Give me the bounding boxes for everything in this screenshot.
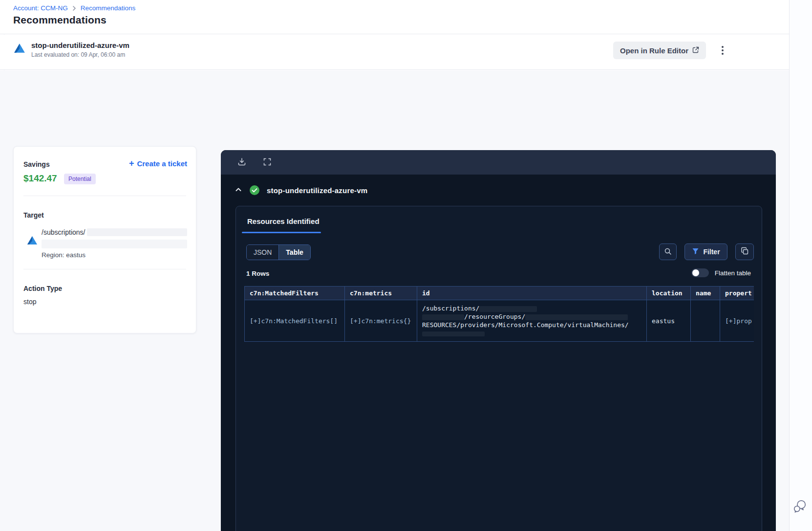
tab-active-underline [242, 232, 321, 233]
savings-amount: $142.47 [23, 173, 57, 184]
redacted-id-segment [422, 314, 464, 320]
view-mode-table[interactable]: Table [278, 245, 310, 260]
external-link-icon [692, 46, 699, 55]
more-options-button[interactable] [714, 42, 731, 59]
target-path: /subscriptions/ [42, 228, 85, 236]
rule-name: stop-underutilized-azure-vm [31, 41, 129, 49]
cell-name [691, 300, 720, 342]
target-region: Region: eastus [42, 251, 85, 259]
resources-identified-card: Resources Identified JSON Table Filter [235, 206, 762, 531]
redacted-id-segment [525, 314, 628, 320]
column-header-id: id [417, 287, 647, 300]
recommendations-page: Account: CCM-NG Recommendations Recommen… [0, 0, 812, 531]
search-button[interactable] [659, 243, 677, 260]
create-ticket-label: Create a ticket [137, 159, 187, 168]
viewer-title-row: stop-underutilized-azure-vm [221, 175, 776, 206]
cell-metrics-expander[interactable]: [+]c7n:metrics{} [345, 300, 417, 342]
redacted-target-line [42, 240, 187, 248]
success-check-icon [249, 185, 260, 196]
help-chat-button[interactable] [792, 499, 808, 514]
chat-bubbles-icon [792, 508, 807, 515]
download-icon [237, 157, 246, 168]
target-label: Target [23, 211, 44, 219]
toggle-knob [692, 269, 699, 276]
redacted-id-segment [479, 306, 537, 312]
fullscreen-icon [263, 157, 272, 168]
create-ticket-button[interactable]: + Create a ticket [129, 159, 187, 168]
id-line-2: /resourceGroups/ [464, 313, 525, 320]
rule-header: stop-underutilized-azure-vm Last evaluat… [0, 35, 789, 70]
filter-label: Filter [703, 248, 720, 256]
column-header-metrics: c7n:metrics [345, 287, 417, 300]
breadcrumb-current-link[interactable]: Recommendations [81, 4, 136, 12]
filter-funnel-icon [692, 247, 699, 256]
page-body: Savings + Create a ticket $142.47 Potent… [0, 70, 789, 531]
cell-resource-id: /subscriptions/ /resourceGroups/ RESOURC… [417, 300, 647, 342]
column-header-location: location [647, 287, 691, 300]
breadcrumb-account-link[interactable]: Account: CCM-NG [13, 4, 68, 12]
column-header-properties: propert [720, 287, 754, 300]
id-line-3: RESOURCES/providers/Microsoft.Compute/vi… [422, 321, 629, 329]
potential-badge: Potential [64, 174, 96, 184]
savings-label: Savings [23, 160, 50, 168]
top-bar: Account: CCM-NG Recommendations Recommen… [0, 0, 789, 34]
divider [23, 196, 186, 196]
flatten-table-toggle[interactable] [691, 268, 709, 277]
cell-properties-expander[interactable]: [+]prop [720, 300, 754, 342]
column-header-matched-filters: c7n:MatchedFilters [245, 287, 345, 300]
view-mode-toggle: JSON Table [246, 244, 311, 260]
collapse-button[interactable] [233, 184, 244, 196]
action-type-value: stop [23, 298, 36, 306]
download-button[interactable] [235, 155, 249, 170]
breadcrumb: Account: CCM-NG Recommendations [13, 4, 135, 12]
viewer-toolbar [221, 150, 776, 175]
redacted-id-segment [422, 332, 485, 336]
rows-count: 1 Rows [246, 270, 269, 277]
redacted-subscription-id [87, 228, 187, 236]
resources-table: c7n:MatchedFilters c7n:metrics id locati… [244, 286, 754, 342]
copy-button[interactable] [735, 243, 754, 260]
action-type-label: Action Type [23, 285, 62, 292]
divider [23, 269, 186, 269]
filter-button[interactable]: Filter [684, 243, 727, 260]
fullscreen-button[interactable] [260, 155, 275, 170]
azure-icon [13, 42, 26, 55]
search-icon [664, 247, 672, 257]
right-divider [789, 0, 790, 531]
view-mode-json[interactable]: JSON [247, 245, 278, 260]
flatten-table-label: Flatten table [715, 269, 751, 277]
chevron-right-icon [72, 6, 77, 11]
column-header-name: name [691, 287, 720, 300]
cell-matched-filters-expander[interactable]: [+]c7n:MatchedFilters[] [245, 300, 345, 342]
tab-resources-identified[interactable]: Resources Identified [247, 217, 320, 225]
plus-icon: + [129, 159, 134, 168]
rule-last-evaluated: Last evaluated on: 09 Apr, 06:00 am [31, 51, 125, 58]
id-line-1: /subscriptions/ [422, 305, 479, 312]
open-in-rule-editor-button[interactable]: Open in Rule Editor [613, 42, 706, 59]
flatten-table-control: Flatten table [691, 268, 751, 277]
resources-table-clip: c7n:MatchedFilters c7n:metrics id locati… [244, 286, 754, 345]
viewer-rule-name: stop-underutilized-azure-vm [267, 186, 367, 195]
copy-icon [741, 247, 749, 257]
right-gutter [790, 0, 812, 531]
target-path-row: /subscriptions/ [42, 228, 187, 236]
savings-card: Savings + Create a ticket $142.47 Potent… [13, 146, 196, 333]
resource-viewer-panel: stop-underutilized-azure-vm Resources Id… [221, 150, 776, 531]
chevron-up-icon [235, 186, 242, 195]
cell-location: eastus [647, 300, 691, 342]
page-title: Recommendations [13, 14, 107, 26]
open-in-rule-editor-label: Open in Rule Editor [620, 46, 688, 55]
azure-icon [26, 235, 38, 246]
